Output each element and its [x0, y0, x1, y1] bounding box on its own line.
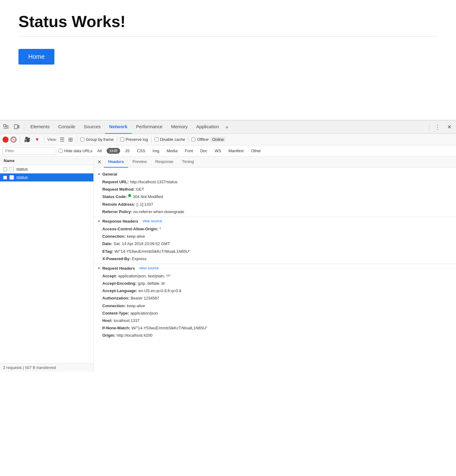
tab-overflow[interactable]: » — [223, 120, 230, 134]
row-2-name: status — [16, 175, 28, 180]
home-button[interactable]: Home — [18, 49, 54, 65]
filter-type-xhr[interactable]: XHR — [107, 148, 120, 154]
req-row-4: Connection: keep-alive — [94, 302, 456, 310]
toolbar-divider-1 — [20, 137, 20, 143]
tab-memory[interactable]: Memory — [167, 120, 192, 134]
offline-checkbox[interactable]: Offline — [191, 137, 208, 142]
network-right-panel: ✕ Headers Preview Response Timing ▼ — [94, 157, 456, 372]
detail-tab-headers[interactable]: Headers — [104, 157, 128, 168]
group-by-frame-checkbox[interactable]: Group by frame — [80, 137, 113, 142]
network-row-2[interactable]: status — [0, 173, 93, 182]
tab-sources[interactable]: Sources — [80, 120, 105, 134]
section-request-title: Request Headers — [102, 266, 135, 271]
filter-type-img[interactable]: Img — [150, 148, 162, 154]
general-row-remote: Remote Address: [::1]:1337 — [94, 201, 456, 208]
header-val-remote: [::1]:1337 — [136, 202, 153, 207]
filter-type-all[interactable]: All — [95, 148, 104, 154]
filter-type-media[interactable]: Media — [164, 148, 180, 154]
req-row-1: Accept-Encoding: gzip, deflate, br — [94, 280, 456, 287]
header-key-url: Request URL: — [102, 179, 129, 185]
row-2-checkbox[interactable] — [3, 176, 7, 180]
req-row-2: Accept-Language: en-US,en;q=0.9,fr;q=0.8 — [94, 287, 456, 295]
view-grid-icon[interactable]: ⊞ — [67, 136, 74, 143]
red-arrow-annotation — [444, 289, 456, 311]
tab-network[interactable]: Network — [105, 120, 132, 134]
camera-icon[interactable]: 🎥 — [23, 136, 32, 143]
tab-separator-2 — [429, 123, 430, 131]
request-view-source[interactable]: view source — [139, 266, 159, 270]
hide-data-urls-checkbox[interactable]: Hide data URLs — [59, 149, 92, 153]
toolbar-divider-3 — [77, 137, 77, 143]
devtools-tab-bar: Elements Console Sources Network Perform… — [0, 120, 456, 134]
filter-type-ws[interactable]: WS — [212, 148, 224, 154]
toolbar-divider-5 — [151, 137, 151, 143]
req-row-authorization: Authorization: Bearer 1234567 — [94, 295, 456, 302]
header-key-remote: Remote Address: — [102, 202, 135, 207]
toolbar-divider-2 — [44, 137, 44, 143]
detail-tab-timing[interactable]: Timing — [178, 157, 198, 168]
req-row-7: If-None-Match: W/"14-Y53wuE/mmbSikKcT/Wu… — [94, 324, 456, 332]
section-general[interactable]: ▼ General — [94, 170, 456, 178]
resp-row-2: Date: Sat, 14 Apr 2018 23:09:52 GMT — [94, 240, 456, 248]
tab-performance[interactable]: Performance — [132, 120, 167, 134]
tab-elements[interactable]: Elements — [26, 120, 54, 134]
row-1-icon — [10, 167, 14, 171]
svg-rect-0 — [4, 125, 6, 127]
detail-close-button[interactable]: ✕ — [95, 158, 104, 166]
devtools-menu-icon[interactable]: ⋮ — [433, 122, 442, 132]
row-1-checkbox[interactable] — [3, 167, 7, 171]
filter-bar: Hide data URLs All XHR JS CSS Img Media … — [0, 145, 456, 157]
network-status-bar: 2 requests | 507 B transferred — [0, 363, 93, 372]
header-val-status: 304 Not Modified — [133, 194, 163, 200]
tab-console[interactable]: Console — [54, 120, 80, 134]
filter-icon[interactable]: ▼ — [33, 136, 41, 143]
header-val-referrer: no-referrer-when-downgrade — [133, 209, 184, 215]
stop-button[interactable]: 🚫 — [10, 137, 17, 143]
filter-input[interactable] — [2, 147, 56, 155]
record-button[interactable] — [2, 137, 9, 143]
tab-application[interactable]: Application — [192, 120, 223, 134]
detail-tab-preview[interactable]: Preview — [128, 157, 151, 168]
page-content: Status Works! Home — [0, 0, 456, 120]
filter-type-other[interactable]: Other — [249, 148, 264, 154]
response-view-source[interactable]: view source — [143, 219, 162, 223]
general-row-status: Status Code: 304 Not Modified — [94, 193, 456, 200]
network-row-1[interactable]: status — [0, 165, 93, 173]
headers-content: ▼ General Request URL: http://localhost:… — [94, 168, 456, 372]
header-key-method: Request Method: — [102, 187, 135, 192]
inspect-icon[interactable] — [1, 122, 11, 132]
detail-tab-response[interactable]: Response — [151, 157, 178, 168]
triangle-general: ▼ — [97, 173, 100, 176]
network-name-header: Name — [0, 157, 93, 165]
resp-row-0: Access-Control-Allow-Origin: * — [94, 225, 456, 233]
view-label: View: — [47, 137, 57, 142]
row-1-name: status — [16, 167, 28, 172]
header-val-method: GET — [136, 187, 144, 192]
general-row-referrer: Referrer Policy: no-referrer-when-downgr… — [94, 208, 456, 216]
preserve-log-checkbox[interactable]: Preserve log — [120, 137, 148, 142]
section-response-headers[interactable]: ▼ Response Headers view source — [94, 217, 456, 225]
network-list-empty — [0, 182, 93, 363]
req-row-5: Content-Type: application/json — [94, 310, 456, 317]
disable-cache-checkbox[interactable]: Disable cache — [155, 137, 185, 142]
detail-tab-bar: ✕ Headers Preview Response Timing — [94, 157, 456, 168]
general-row-url: Request URL: http://localhost:1337/statu… — [94, 178, 456, 186]
view-list-icon[interactable]: ☰ — [59, 136, 65, 143]
page-divider — [18, 36, 438, 37]
filter-type-doc[interactable]: Doc — [198, 148, 210, 154]
section-response-title: Response Headers — [102, 219, 138, 224]
filter-type-js[interactable]: JS — [123, 148, 132, 154]
svg-rect-5 — [18, 125, 19, 128]
device-toolbar-icon[interactable] — [12, 122, 22, 132]
online-badge[interactable]: Online — [210, 137, 226, 142]
filter-type-font[interactable]: Font — [183, 148, 195, 154]
devtools-panel: Elements Console Sources Network Perform… — [0, 120, 456, 372]
filter-type-css[interactable]: CSS — [135, 148, 148, 154]
devtools-close-icon[interactable]: ✕ — [444, 122, 454, 132]
section-request-headers[interactable]: ▼ Request Headers view source — [94, 264, 456, 272]
header-key-referrer: Referrer Policy: — [102, 209, 132, 215]
filter-type-manifest[interactable]: Manifest — [226, 148, 246, 154]
tab-separator-1 — [24, 123, 24, 131]
resp-row-3: ETag: W/"14-Y53wuE/mmbSikKcT/WualL1N65U" — [94, 248, 456, 255]
req-row-8: Origin: http://localhost:4200 — [94, 332, 456, 339]
